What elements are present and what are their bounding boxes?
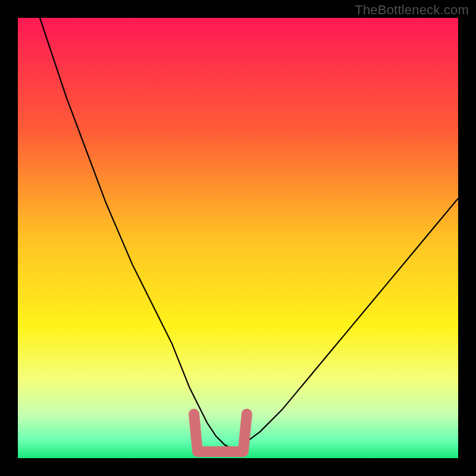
bottleneck-curve [40, 18, 458, 449]
optimal-zone-marker [194, 414, 247, 452]
plot-area [18, 18, 458, 458]
chart-overlay [18, 18, 458, 458]
watermark-text: TheBottleneck.com [355, 2, 469, 18]
chart-frame: TheBottleneck.com [0, 0, 476, 476]
